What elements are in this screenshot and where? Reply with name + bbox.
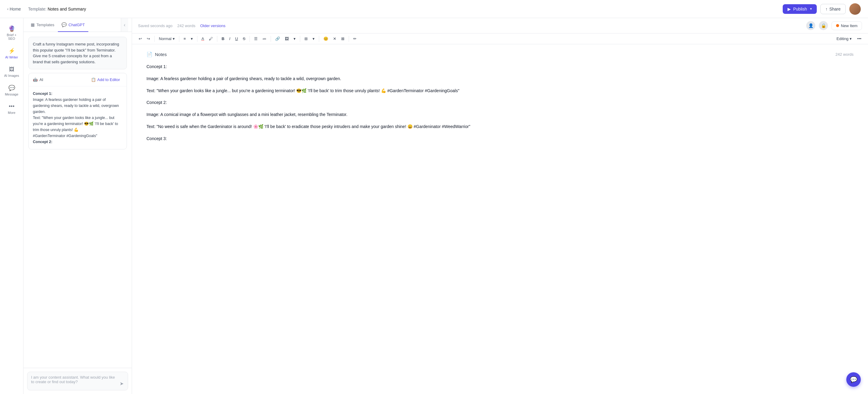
user-icon: 👤 [806,21,815,30]
brief-seo-icon: 🔮 [8,25,15,32]
highlight-button[interactable]: 🖊 [207,35,215,42]
chat-bubble-fab[interactable]: 💬 [846,372,861,387]
sidebar-item-more[interactable]: ••• More [2,101,22,117]
align-chevron-button[interactable]: ▾ [189,35,195,42]
chat-fab-icon: 💬 [850,376,858,383]
publish-chevron-icon: ▾ [810,7,812,11]
share-button[interactable]: ↑ Share [820,4,846,14]
bullet-list-button[interactable]: ☰ [252,35,259,42]
table-button[interactable]: ⊞ [303,35,310,42]
chatgpt-tab-icon: 💬 [61,22,67,27]
ai-response-text: Concept 1: Image: A fearless gardener ho… [33,91,122,139]
toolbar-divider-4 [217,36,217,42]
main-layout: 🔮 Brief + SEO ⚡ AI Writer 🖼 AI Images 💬 … [0,18,868,394]
prompt-text: Craft a funny Instagram meme post, incor… [33,42,119,64]
chat-input-area: ➤ [24,368,132,394]
align-button[interactable]: ≡ [182,35,188,42]
send-button[interactable]: ➤ [119,380,124,387]
toolbar-divider-8 [319,36,319,42]
sidebar-item-message[interactable]: 💬 Message [2,82,22,98]
concept1-header: Concept 1: [147,63,854,70]
numbered-list-button[interactable]: ≔ [261,35,268,42]
toolbar-divider-1 [154,36,155,42]
editing-label: Editing [837,36,849,41]
new-item-label: New Item [841,24,858,28]
editor-top-bar: Saved seconds ago 242 words Older versio… [132,18,868,33]
chat-area: Craft a funny Instagram meme post, incor… [24,32,132,368]
chevron-left-icon: ‹ [7,7,8,11]
new-item-dot [836,24,839,27]
table-chevron-button[interactable]: ▾ [311,35,316,42]
strikethrough-button[interactable]: S [241,35,247,42]
more-options-button[interactable]: ••• [855,35,863,42]
concept2-image: Image: A comical image of a flowerpot wi… [147,111,854,119]
bold-button[interactable]: B [220,35,226,42]
undo-button[interactable]: ↩ [137,35,144,42]
panel: ▦ Templates 💬 ChatGPT ‹ Craft a funny In… [24,18,132,394]
image-button[interactable]: 🖼 [283,35,290,42]
more-icon: ••• [9,103,14,110]
normal-label: Normal [159,36,172,41]
panel-collapse-button[interactable]: ‹ [121,18,128,32]
chat-ai-response: 🤖 AI 📋 Add to Editor Concept 1: Image: A… [28,73,127,150]
user-circle-icon: 👤 [808,23,813,28]
tab-chatgpt[interactable]: 💬 ChatGPT [58,18,88,32]
home-link[interactable]: ‹ Home [7,7,21,11]
robot-icon: 🤖 [33,77,38,82]
template-name: Notes and Summary [48,7,86,11]
lock-icon: 🔒 [819,21,828,30]
sidebar-ai-writer-label: AI Writer [5,56,18,59]
concept2-text: Text: "No weed is safe when the Gardenin… [147,123,854,130]
editing-mode-select[interactable]: Editing ▾ [834,35,855,42]
toolbar-divider-9 [349,36,349,42]
publish-button[interactable]: ▶ Publish ▾ [783,4,817,14]
avatar[interactable] [849,3,861,15]
add-to-editor-label: Add to Editor [97,77,120,82]
word-count-display: 242 words [835,52,854,57]
toolbar-divider-2 [179,36,179,42]
chat-ai-body: Concept 1: Image: A fearless gardener ho… [29,87,127,149]
editor-body[interactable]: Concept 1: Image: A fearless gardener ho… [147,63,854,142]
special-button[interactable]: ⊠ [339,35,346,42]
notes-title-text: Notes [155,52,167,57]
share-label: Share [830,7,841,11]
editor-right: 👤 🔒 New Item [806,21,862,30]
emoji-button[interactable]: 😊 [321,35,330,42]
saved-text: Saved seconds ago [138,24,173,28]
underline-button[interactable]: U [233,35,240,42]
sidebar-item-brief-seo[interactable]: 🔮 Brief + SEO [2,23,22,43]
home-label: Home [10,7,21,11]
italic-button[interactable]: I [227,35,232,42]
chat-ai-label: 🤖 AI [33,77,43,82]
image-chevron-button[interactable]: ▾ [292,35,298,42]
chat-prompt-bubble: Craft a funny Instagram meme post, incor… [28,37,127,69]
template-label: Template: Notes and Summary [28,7,86,11]
new-item-button[interactable]: New Item [832,22,862,30]
normal-style-select[interactable]: Normal ▾ [157,35,177,42]
sidebar-item-ai-writer[interactable]: ⚡ AI Writer [2,45,22,61]
chat-input-wrapper: ➤ [27,372,128,390]
ai-images-icon: 🖼 [9,66,14,73]
add-to-editor-button[interactable]: 📋 Add to Editor [89,76,122,83]
top-bar-right: ▶ Publish ▾ ↑ Share [783,3,861,15]
sidebar-ai-images-label: AI Images [4,74,19,77]
text-color-button[interactable]: A [200,35,206,42]
toolbar-divider-6 [271,36,271,42]
link-button[interactable]: 🔗 [273,35,282,42]
edit-icon-button[interactable]: ✏ [351,35,358,42]
clear-format-button[interactable]: ✕ [331,35,338,42]
editor-panel: Saved seconds ago 242 words Older versio… [132,18,868,394]
editor-content[interactable]: 📄 Notes 242 words Concept 1: Image: A fe… [132,44,868,394]
sidebar-item-ai-images[interactable]: 🖼 AI Images [2,64,22,80]
redo-button[interactable]: ↪ [145,35,152,42]
older-versions-link[interactable]: Older versions [200,24,225,28]
share-icon: ↑ [826,7,828,11]
top-bar-left: ‹ Home Template: Notes and Summary [7,7,86,11]
sidebar-brief-seo-label: Brief + SEO [4,33,20,40]
concept3-header: Concept 3: [147,135,854,142]
send-icon: ➤ [120,381,124,386]
message-icon: 💬 [8,85,15,91]
chat-input[interactable] [31,375,117,387]
ai-writer-icon: ⚡ [8,47,15,54]
tab-templates[interactable]: ▦ Templates [27,18,58,32]
